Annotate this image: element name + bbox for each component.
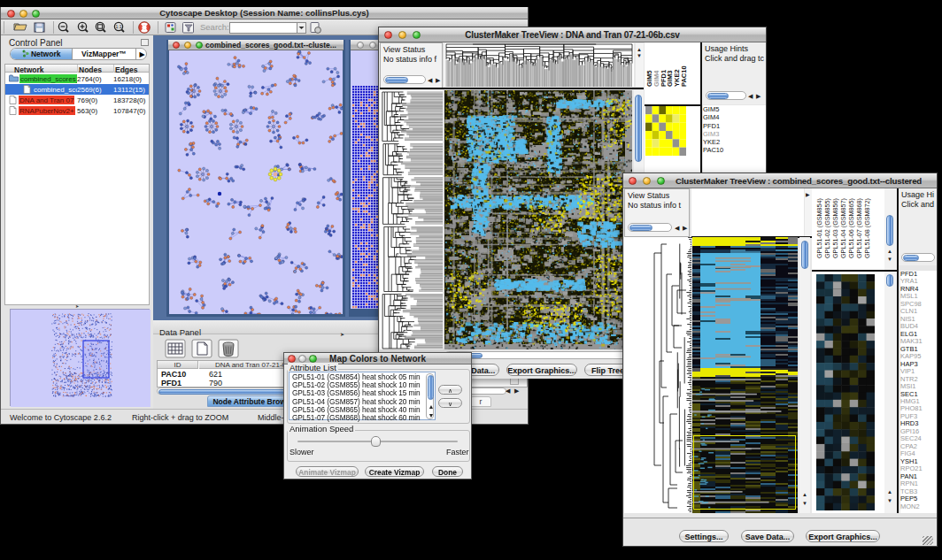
svg-text:1:1: 1:1 bbox=[116, 24, 122, 29]
svg-text:Search:: Search: bbox=[200, 22, 229, 32]
